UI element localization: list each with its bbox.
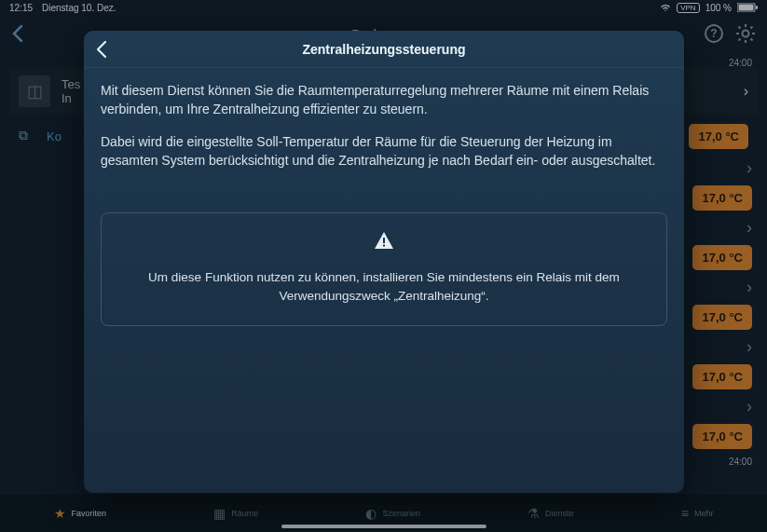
modal-paragraph-1: Mit diesem Dienst können Sie die Raumtem… <box>101 81 667 119</box>
modal-dialog: Zentralheizungssteuerung Mit diesem Dien… <box>84 31 684 493</box>
modal-paragraph-2: Dabei wird die eingestellte Soll-Tempera… <box>101 132 667 171</box>
svg-rect-14 <box>383 238 385 243</box>
modal-header: Zentralheizungssteuerung <box>84 31 684 68</box>
warning-icon <box>124 230 644 257</box>
modal-alert-text: Um diese Funktion nutzen zu können, inst… <box>124 268 644 305</box>
modal-back-icon[interactable] <box>95 40 108 59</box>
modal-title: Zentralheizungssteuerung <box>84 42 684 57</box>
modal-alert-box: Um diese Funktion nutzen zu können, inst… <box>101 212 667 326</box>
modal-body: Mit diesem Dienst können Sie die Raumtem… <box>84 68 684 343</box>
svg-rect-15 <box>383 245 385 247</box>
